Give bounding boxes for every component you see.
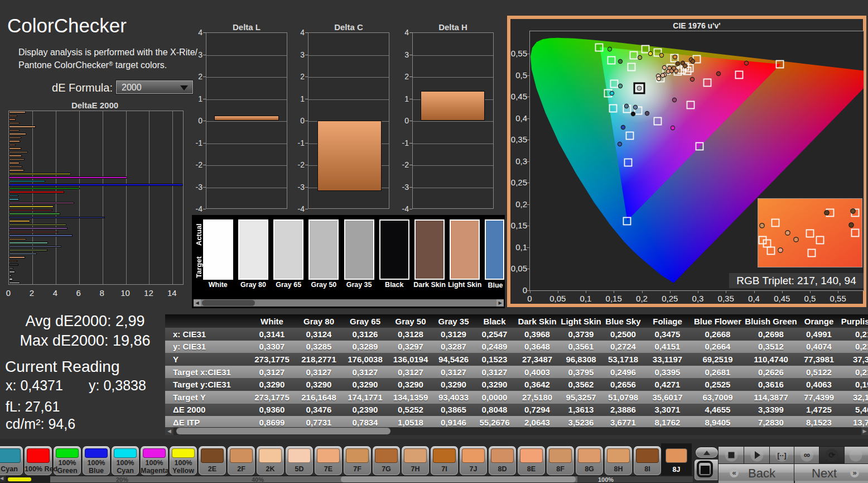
svg-text:⟳: ⟳ — [828, 451, 835, 460]
svg-text:[··]: [··] — [778, 452, 787, 460]
svg-text:∞: ∞ — [804, 450, 810, 460]
